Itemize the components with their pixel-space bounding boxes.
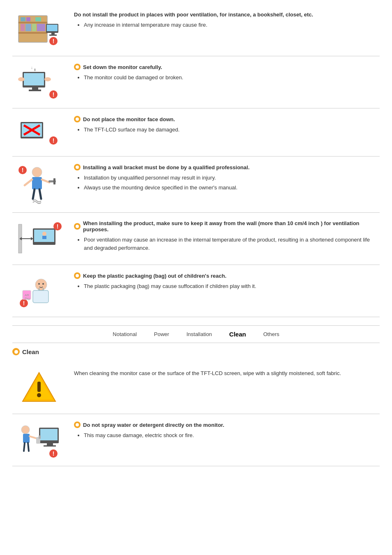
svg-rect-67 [47,443,53,445]
image-keep-away-wall: ! [12,220,66,257]
illus-wall-bracket-svg: ! [16,164,62,205]
svg-point-76 [44,439,44,440]
title-ventilation: Do not install the product in places wit… [74,12,380,18]
svg-line-34 [25,180,32,185]
clean-heading-text: Clean [22,348,39,355]
bullet-wall-bracket-0: Installation by unqualified personnel ma… [84,174,380,182]
svg-text:AR: AR [25,293,29,297]
svg-rect-66 [40,429,58,440]
svg-point-22 [44,77,51,81]
image-wall-bracket: ! [12,164,66,205]
bullet-ventilation-0: Any increase in internal temperature may… [84,21,380,29]
caution-icon-face-down [74,116,81,122]
caution-icon-set-down [74,64,81,70]
bullet-face-down-0: The TFT-LCD surface may be damaged. [84,126,380,134]
title-text-face-down: Do not place the monitor face down. [83,116,175,122]
content-plastic-bag: Keep the plastic packaging (bag) out of … [74,272,380,292]
svg-point-75 [43,435,44,437]
svg-point-77 [44,436,46,438]
image-warning-triangle [12,369,66,406]
svg-text:!: ! [53,450,55,457]
title-plastic-bag: Keep the plastic packaging (bag) out of … [74,272,380,279]
bullet-wall-bracket-1: Always use the mounting device specified… [84,184,380,192]
title-face-down: Do not place the monitor face down. [74,116,380,122]
bullets-wall-bracket: Installation by unqualified personnel ma… [74,174,380,191]
section-no-spray: ! Do not spray water or detergent direct… [12,414,380,466]
svg-rect-3 [21,17,25,21]
content-face-down: Do not place the monitor face down. The … [74,116,380,136]
svg-line-35 [42,180,49,182]
illus-keep-away-wall-svg: ! [16,220,62,257]
illus-plastic-bag-svg: ! AR Pkg [16,272,62,309]
svg-rect-6 [35,17,41,21]
content-clean-intro: When cleaning the monitor case or the su… [74,369,380,378]
caution-icon-keep-away [74,223,81,230]
image-plastic-bag: ! AR Pkg [12,272,66,309]
svg-text:!: ! [53,38,55,44]
title-text-plastic-bag: Keep the plastic packaging (bag) out of … [83,273,226,279]
svg-rect-63 [37,382,41,392]
svg-point-69 [21,426,30,434]
svg-text:!: ! [23,300,25,306]
svg-rect-5 [31,17,35,21]
illus-warning-triangle-svg [21,369,58,406]
svg-text:!: ! [22,167,24,173]
bullets-set-down: The monitor could be damaged or broken. [74,74,380,82]
svg-point-74 [41,437,43,439]
svg-rect-1 [18,22,47,23]
svg-point-52 [35,279,47,290]
svg-text:!: ! [57,223,59,230]
bullets-no-spray: This may cause damage, electric shock or… [74,431,380,440]
section-keep-away-wall: ! When installing the product, make sure… [12,213,380,265]
nav-notational[interactable]: Notational [110,329,139,339]
image-face-down: ! [12,116,66,149]
illus-set-down-svg: ! ↓ [16,64,62,101]
image-set-down: ! ↓ [12,64,66,101]
nav-others[interactable]: Others [261,329,282,339]
content-no-spray: Do not spray water or detergent directly… [74,421,380,441]
svg-rect-9 [32,24,36,31]
image-no-spray: ! [12,421,66,458]
caution-circle-clean [12,348,20,355]
bullet-plastic-bag-0: The plastic packaging (bag) may cause su… [84,282,380,290]
svg-text:!: ! [53,91,55,98]
svg-line-78 [24,443,25,451]
svg-point-64 [37,393,41,397]
svg-line-36 [33,189,35,199]
title-text-ventilation: Do not install the product in places wit… [74,12,313,18]
clean-section-heading: Clean [12,348,380,355]
svg-rect-68 [44,445,56,447]
nav-bar: Notational Power Installation Clean Othe… [12,325,380,343]
svg-point-53 [38,283,40,285]
bullet-no-spray-0: This may cause damage, electric shock or… [84,431,380,440]
illus-no-spray-svg: ! [16,421,62,458]
nav-clean[interactable]: Clean [227,329,249,339]
svg-rect-70 [23,434,30,443]
svg-rect-49 [42,236,46,239]
caution-icon-no-spray [74,421,81,428]
title-keep-away-wall: When installing the product, make sure t… [74,220,380,233]
svg-point-21 [18,77,25,81]
caution-icon-wall-bracket [74,164,81,170]
svg-rect-2 [18,32,47,34]
svg-text:Pkg: Pkg [25,297,30,300]
section-wall-bracket: ! Installing a wall bracket must be done… [12,157,380,213]
title-wall-bracket: Installing a wall bracket must be done b… [74,164,380,170]
svg-rect-8 [25,24,31,31]
nav-power[interactable]: Power [152,329,172,339]
nav-installation[interactable]: Installation [184,329,214,339]
content-set-down: Set down the monitor carefully. The moni… [74,64,380,83]
title-text-keep-away-wall: When installing the product, make sure t… [83,220,380,233]
svg-rect-14 [49,35,57,36]
svg-point-32 [32,167,42,177]
section-plastic-bag: ! AR Pkg Keep the plastic packaging (bag… [12,265,380,317]
svg-rect-20 [29,90,41,91]
page-container: ! Do not install the product in places w… [0,0,392,470]
illus-face-down-svg: ! [16,116,62,149]
svg-line-37 [39,189,41,199]
svg-rect-12 [47,25,58,31]
title-text-set-down: Set down the monitor carefully. [83,64,162,70]
section-set-down: ! ↓ Set down the monitor carefully. The … [12,56,380,108]
title-no-spray: Do not spray water or detergent directly… [74,421,380,428]
content-ventilation: Do not install the product in places wit… [74,12,380,31]
